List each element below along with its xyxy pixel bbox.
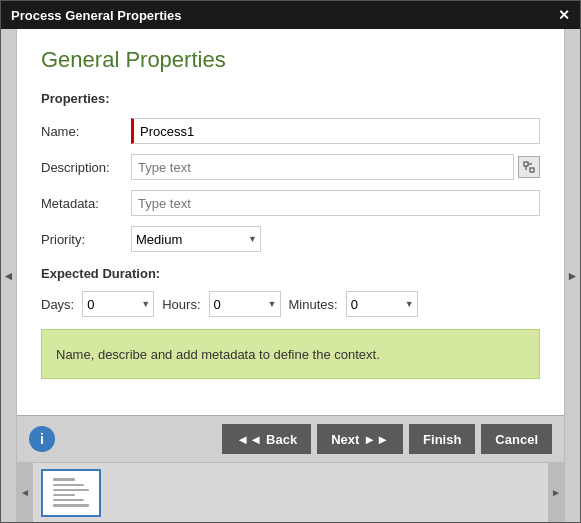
bottom-bar: i ◄◄ Back Next ►► Finish Cancel [17, 415, 564, 462]
right-arrow-icon: ► [567, 269, 579, 283]
metadata-input[interactable] [131, 190, 540, 216]
content-area: General Properties Properties: Name: Des… [17, 29, 564, 522]
info-icon: i [40, 431, 44, 447]
form-title: General Properties [41, 47, 540, 73]
thumbnail-content [33, 463, 548, 523]
days-select-container: 0 1 2 [82, 291, 154, 317]
main-area: ◄ General Properties Properties: Name: D… [1, 29, 580, 522]
thumb-right-arrow[interactable]: ► [548, 463, 564, 522]
next-button[interactable]: Next ►► [317, 424, 403, 454]
description-field-row: Description: [41, 154, 540, 180]
priority-field-row: Priority: Low Medium High [41, 226, 540, 252]
minutes-select[interactable]: 0 15 30 [346, 291, 418, 317]
svg-rect-0 [524, 162, 528, 166]
left-nav-arrow[interactable]: ◄ [1, 29, 17, 522]
thumbnail-lines [49, 475, 93, 511]
window-title: Process General Properties [11, 8, 182, 23]
priority-select[interactable]: Low Medium High [131, 226, 261, 252]
hours-label: Hours: [162, 297, 200, 312]
thumb-line-5 [53, 499, 84, 501]
title-bar: Process General Properties ✕ [1, 1, 580, 29]
hours-select[interactable]: 0 1 [209, 291, 281, 317]
thumb-line-6 [53, 504, 89, 506]
thumbnail-bar: ◄ ► [17, 462, 564, 522]
name-label: Name: [41, 124, 131, 139]
days-label: Days: [41, 297, 74, 312]
thumb-left-icon: ◄ [20, 487, 30, 498]
cancel-label: Cancel [495, 432, 538, 447]
thumb-line-3 [53, 489, 89, 491]
next-icon: ►► [363, 432, 389, 447]
finish-label: Finish [423, 432, 461, 447]
metadata-field-row: Metadata: [41, 190, 540, 216]
expand-description-button[interactable] [518, 156, 540, 178]
thumb-line-1 [53, 478, 75, 480]
left-arrow-icon: ◄ [3, 269, 15, 283]
description-label: Description: [41, 160, 131, 175]
properties-label: Properties: [41, 91, 540, 106]
hours-select-container: 0 1 [209, 291, 281, 317]
finish-button[interactable]: Finish [409, 424, 475, 454]
hint-box: Name, describe and add metadata to defin… [41, 329, 540, 379]
info-button[interactable]: i [29, 426, 55, 452]
thumb-right-icon: ► [551, 487, 561, 498]
expand-icon [523, 161, 535, 173]
description-input-wrapper [131, 154, 540, 180]
duration-row: Days: 0 1 2 Hours: 0 1 [41, 291, 540, 317]
priority-select-container: Low Medium High [131, 226, 261, 252]
description-input[interactable] [131, 154, 514, 180]
name-input[interactable] [131, 118, 540, 144]
thumb-line-4 [53, 494, 75, 496]
thumb-left-arrow[interactable]: ◄ [17, 463, 33, 522]
minutes-label: Minutes: [289, 297, 338, 312]
back-label: Back [266, 432, 297, 447]
right-nav-arrow[interactable]: ► [564, 29, 580, 522]
minutes-select-container: 0 15 30 [346, 291, 418, 317]
thumb-line-2 [53, 484, 84, 486]
next-label: Next [331, 432, 359, 447]
back-button[interactable]: ◄◄ Back [222, 424, 311, 454]
hint-text: Name, describe and add metadata to defin… [56, 347, 380, 362]
thumbnail-item[interactable] [41, 469, 101, 517]
priority-label: Priority: [41, 232, 131, 247]
cancel-button[interactable]: Cancel [481, 424, 552, 454]
days-select[interactable]: 0 1 2 [82, 291, 154, 317]
svg-rect-1 [530, 168, 534, 172]
main-window: Process General Properties ✕ ◄ General P… [0, 0, 581, 523]
close-button[interactable]: ✕ [558, 7, 570, 23]
metadata-label: Metadata: [41, 196, 131, 211]
form-panel: General Properties Properties: Name: Des… [17, 29, 564, 415]
expected-duration-label: Expected Duration: [41, 266, 540, 281]
name-field-row: Name: [41, 118, 540, 144]
back-icon: ◄◄ [236, 432, 262, 447]
